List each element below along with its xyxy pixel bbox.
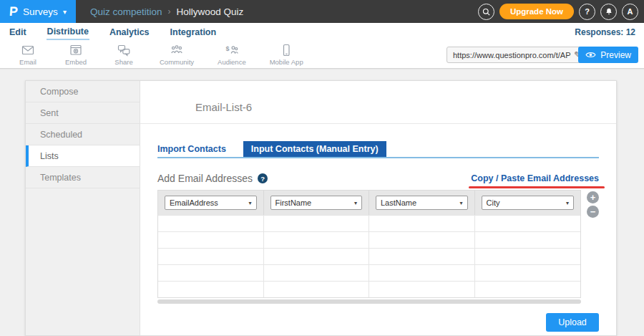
table-cell[interactable] [369, 232, 475, 248]
channel-embed[interactable]: Embed [64, 43, 88, 66]
table-cell[interactable] [475, 265, 581, 281]
survey-url-input[interactable] [447, 51, 574, 59]
channel-label: Community [160, 58, 194, 66]
contacts-table: EmailAddress ▾ FirstName ▾ [157, 190, 581, 298]
column-select-city[interactable]: City ▾ [482, 196, 575, 210]
selected-option: City [487, 198, 500, 207]
table-cell[interactable] [475, 216, 581, 231]
table-cell[interactable] [369, 282, 475, 297]
sidebar-item-sent[interactable]: Sent [26, 102, 140, 124]
contacts-tabs: Import Contacts Input Contacts (Manual E… [157, 141, 599, 158]
column-header: LastName ▾ [369, 191, 475, 215]
table-cell[interactable] [475, 282, 581, 297]
help-button[interactable]: ? [579, 4, 595, 20]
svg-text:$: $ [225, 45, 229, 52]
sidebar-item-lists[interactable]: Lists [26, 145, 140, 167]
table-cell[interactable] [264, 232, 370, 248]
table-cell[interactable] [369, 265, 475, 281]
channel-audience[interactable]: $ Audience [218, 43, 246, 66]
email-sidebar: Compose Sent Scheduled Lists Templates [26, 81, 140, 335]
row-controls: + − [587, 190, 599, 298]
preview-button[interactable]: Preview [578, 47, 638, 63]
tab-import-contacts[interactable]: Import Contacts [157, 141, 233, 157]
add-column-button[interactable]: + [587, 191, 599, 203]
section-title: Add Email Addresses [157, 173, 253, 184]
column-select-emailaddress[interactable]: EmailAddress ▾ [165, 196, 257, 210]
column-select-lastname[interactable]: LastName ▾ [376, 196, 468, 210]
nav-item-edit[interactable]: Edit [9, 25, 27, 39]
table-cell[interactable] [158, 216, 264, 231]
table-row [158, 248, 580, 264]
list-title: Email-List-6 [140, 81, 616, 124]
remove-column-button[interactable]: − [587, 206, 599, 218]
table-cell[interactable] [264, 249, 370, 264]
account-button[interactable]: A [622, 4, 638, 20]
email-icon [21, 43, 35, 57]
table-cell[interactable] [158, 249, 264, 264]
chevron-down-icon: ▾ [459, 200, 462, 206]
selected-option: FirstName [275, 198, 312, 207]
nav-item-analytics[interactable]: Analytics [109, 25, 150, 39]
horizontal-scrollbar[interactable] [157, 299, 581, 304]
breadcrumb-parent[interactable]: Quiz competition [90, 6, 162, 17]
channel-label: Share [114, 58, 132, 66]
search-icon [482, 7, 491, 16]
preview-label: Preview [600, 50, 631, 60]
copy-paste-email-link[interactable]: Copy / Paste Email Addresses [471, 173, 599, 183]
table-cell[interactable] [264, 282, 370, 297]
add-emails-header: Add Email Addresses ? Copy / Paste Email… [157, 173, 599, 184]
upload-button[interactable]: Upload [546, 313, 599, 332]
table-cell[interactable] [158, 282, 264, 297]
tab-input-contacts-manual-entry[interactable]: Input Contacts (Manual Entry) [243, 141, 386, 157]
top-header: P Surveys ▾ Quiz competition › Hollywood… [0, 0, 644, 23]
selected-option: EmailAddress [170, 198, 218, 207]
channel-share[interactable]: Share [112, 43, 136, 66]
sidebar-item-scheduled[interactable]: Scheduled [26, 124, 140, 145]
responses-count[interactable]: Responses: 12 [575, 27, 635, 37]
annotation-underline [469, 186, 605, 188]
table-cell[interactable] [264, 265, 370, 281]
table-cell[interactable] [158, 232, 264, 248]
channel-label: Email [19, 58, 36, 66]
copy-paste-label: Copy / Paste Email Addresses [471, 173, 599, 183]
header-actions: Upgrade Now ? A [478, 0, 638, 23]
list-content: Email-List-6 Import Contacts Input Conta… [140, 81, 616, 335]
table-cell[interactable] [369, 249, 475, 264]
nav-item-integration[interactable]: Integration [170, 25, 218, 39]
selected-option: LastName [381, 198, 416, 207]
column-header: EmailAddress ▾ [158, 191, 264, 215]
breadcrumb: Quiz competition › Hollywood Quiz [90, 6, 243, 17]
search-button[interactable] [478, 4, 494, 20]
table-cell[interactable] [369, 216, 475, 231]
nav-item-distribute[interactable]: Distribute [47, 24, 89, 40]
channel-community[interactable]: Community [160, 43, 194, 66]
page-background: Compose Sent Scheduled Lists Templates E… [0, 69, 644, 336]
chevron-down-icon: ▾ [354, 200, 357, 206]
embed-icon [69, 43, 83, 57]
table-header-row: EmailAddress ▾ FirstName ▾ [158, 191, 580, 215]
channel-email[interactable]: Email [16, 43, 40, 66]
column-header: FirstName ▾ [264, 191, 370, 215]
table-cell[interactable] [158, 265, 264, 281]
channel-mobile-app[interactable]: Mobile App [270, 43, 303, 66]
survey-nav: Edit Distribute Analytics Integration Re… [0, 23, 644, 41]
sidebar-item-compose[interactable]: Compose [26, 81, 140, 102]
upgrade-now-button[interactable]: Upgrade Now [499, 4, 574, 19]
channel-list: Email Embed Share Community $ Audience M… [0, 43, 303, 66]
table-row [158, 281, 580, 297]
channel-label: Mobile App [270, 58, 303, 66]
breadcrumb-separator-icon: › [168, 6, 171, 16]
product-switcher[interactable]: P Surveys ▾ [0, 0, 76, 23]
table-cell[interactable] [475, 249, 581, 264]
notifications-button[interactable] [600, 4, 617, 20]
share-icon [117, 43, 131, 57]
sidebar-item-templates[interactable]: Templates [26, 167, 140, 188]
help-icon[interactable]: ? [258, 173, 268, 183]
channel-label: Embed [65, 58, 87, 66]
breadcrumb-current: Hollywood Quiz [177, 6, 244, 17]
column-select-firstname[interactable]: FirstName ▾ [270, 196, 363, 210]
bell-icon [605, 7, 613, 16]
table-row [158, 231, 580, 248]
table-cell[interactable] [475, 232, 581, 248]
table-cell[interactable] [264, 216, 370, 231]
